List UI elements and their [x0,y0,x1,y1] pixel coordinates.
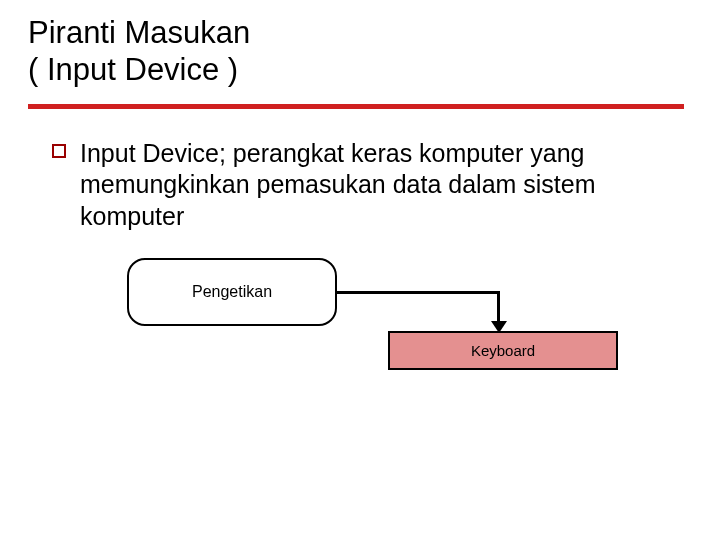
bullet-text: Input Device; perangkat keras komputer y… [80,138,672,232]
title-line-1: Piranti Masukan [28,15,250,50]
title-underline [28,104,684,109]
slide-title: Piranti Masukan ( Input Device ) [28,14,250,88]
node-keyboard-label: Keyboard [471,342,535,359]
node-typing-label: Pengetikan [192,283,272,301]
bullet-square-icon [52,144,66,158]
diagram-node-keyboard: Keyboard [388,331,618,370]
diagram-node-typing: Pengetikan [127,258,337,326]
connector-horizontal [337,291,500,294]
bullet-item: Input Device; perangkat keras komputer y… [52,138,672,232]
title-line-2: ( Input Device ) [28,52,238,87]
connector-vertical [497,291,500,324]
